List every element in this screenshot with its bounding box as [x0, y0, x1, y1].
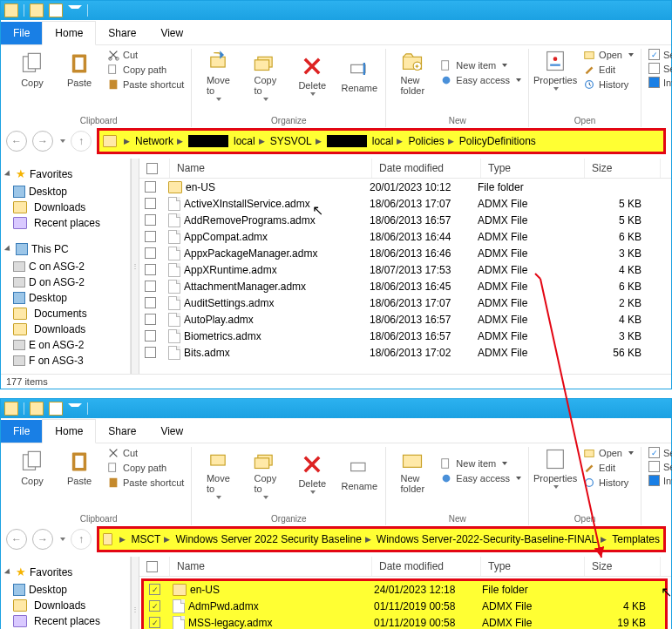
breadcrumb-item[interactable]: xxxxx	[188, 135, 228, 147]
paste-button[interactable]: Paste	[60, 51, 98, 88]
address-bar[interactable]: ▶Network ▶xxxxxlocal ▶SYSVOL ▶xxxxxlocal…	[97, 128, 666, 154]
tab-view[interactable]: View	[148, 420, 195, 443]
up-button[interactable]: ↑	[71, 131, 92, 152]
column-checkbox[interactable]	[139, 557, 170, 576]
open-button[interactable]: Open	[583, 447, 634, 459]
history-button[interactable]: History	[583, 477, 634, 489]
new-folder-button[interactable]: ✦New folder	[393, 49, 431, 96]
breadcrumb-item[interactable]: Policies	[408, 135, 444, 147]
back-button[interactable]: ←	[6, 131, 27, 152]
row-checkbox[interactable]	[145, 181, 156, 193]
delete-button[interactable]: Delete	[293, 54, 331, 96]
splitter[interactable]: ⋮	[131, 159, 139, 374]
row-checkbox[interactable]	[145, 231, 156, 242]
new-folder-button[interactable]: New folder	[393, 447, 431, 494]
properties-button[interactable]: Properties	[536, 447, 574, 489]
edit-button[interactable]: Edit	[583, 462, 634, 474]
sidebar-item-downloads[interactable]: Downloads	[4, 321, 126, 337]
row-checkbox[interactable]	[145, 198, 156, 209]
column-size[interactable]: Size	[585, 159, 661, 178]
row-checkbox[interactable]	[145, 330, 156, 342]
chevron-down-icon[interactable]	[68, 403, 82, 414]
select-none-button[interactable]: Select none	[648, 461, 672, 472]
rename-button[interactable]: Rename	[340, 57, 378, 93]
table-row[interactable]: en-US20/01/2023 10:12File folder	[139, 179, 671, 195]
table-row[interactable]: AttachmentManager.admx18/06/2013 16:45AD…	[139, 278, 671, 294]
row-checkbox[interactable]: ✓	[149, 584, 160, 595]
row-checkbox[interactable]: ✓	[149, 600, 160, 612]
select-all-button[interactable]: ✓Select all	[648, 49, 672, 60]
column-name[interactable]: Name	[170, 159, 372, 178]
back-button[interactable]: ←	[6, 529, 27, 550]
row-checkbox[interactable]	[145, 264, 156, 275]
favorites-header[interactable]: ★Favorites	[4, 562, 126, 582]
column-type[interactable]: Type	[481, 557, 585, 576]
sidebar-item-drive[interactable]: E on ASG-2	[4, 337, 126, 353]
sidebar-item-desktop[interactable]: Desktop	[4, 582, 126, 598]
breadcrumb-item[interactable]: PolicyDefinitions	[459, 135, 536, 147]
table-row[interactable]: AppCompat.admx18/06/2013 16:44ADMX File6…	[139, 228, 671, 245]
properties-button[interactable]: Properties	[536, 49, 574, 91]
row-checkbox[interactable]	[145, 214, 156, 226]
breadcrumb-item[interactable]: Windows Server 2022 Security Baseline	[175, 533, 361, 545]
open-button[interactable]: Open	[583, 49, 634, 61]
select-all-button[interactable]: ✓Select all	[648, 447, 672, 458]
row-checkbox[interactable]	[145, 347, 156, 358]
sidebar-item-drive[interactable]: F on ASG-3	[4, 353, 126, 369]
easy-access-button[interactable]: Easy access	[440, 74, 521, 86]
forward-button[interactable]: →	[32, 529, 53, 550]
breadcrumb-item[interactable]: Templates	[612, 533, 660, 545]
invert-selection-button[interactable]: Invert selection	[648, 475, 672, 486]
paste-shortcut-button[interactable]: Paste shortcut	[107, 477, 184, 489]
history-button[interactable]: History	[583, 78, 634, 91]
copy-path-button[interactable]: Copy path	[107, 64, 184, 76]
table-row[interactable]: AutoPlay.admx18/06/2013 16:57ADMX File4 …	[139, 311, 671, 328]
table-row[interactable]: ✓AdmPwd.admx01/11/2019 00:58ADMX File4 K…	[144, 598, 665, 614]
row-checkbox[interactable]	[145, 297, 156, 308]
edit-button[interactable]: Edit	[583, 64, 634, 76]
copy-to-button[interactable]: Copy to	[246, 447, 284, 499]
move-to-button[interactable]: Move to	[199, 447, 237, 499]
copy-button[interactable]: Copy	[13, 450, 51, 486]
up-button[interactable]: ↑	[71, 529, 92, 550]
column-name[interactable]: Name	[170, 557, 372, 576]
row-checkbox[interactable]	[145, 247, 156, 259]
breadcrumb-item[interactable]: MSCT	[131, 533, 160, 545]
new-item-button[interactable]: New item	[440, 457, 521, 470]
paste-button[interactable]: Paste	[60, 450, 98, 486]
paste-shortcut-button[interactable]: Paste shortcut	[107, 78, 184, 91]
table-row[interactable]: ✓MSS-legacy.admx01/11/2019 00:58ADMX Fil…	[144, 614, 665, 629]
favorites-header[interactable]: ★Favorites	[4, 164, 126, 184]
table-row[interactable]: Bits.admx18/06/2013 17:02ADMX File56 KB	[139, 344, 671, 361]
tab-share[interactable]: Share	[96, 420, 148, 443]
delete-button[interactable]: Delete	[293, 452, 331, 494]
tab-share[interactable]: Share	[96, 22, 148, 44]
copy-button[interactable]: Copy	[13, 51, 51, 88]
column-date[interactable]: Date modified	[372, 557, 481, 576]
tab-home[interactable]: Home	[42, 21, 96, 45]
tab-home[interactable]: Home	[42, 419, 96, 443]
sidebar-item-recent[interactable]: Recent places	[4, 215, 126, 231]
sidebar-item-documents[interactable]: Documents	[4, 306, 126, 321]
invert-selection-button[interactable]: Invert selection	[648, 77, 672, 88]
breadcrumb-item[interactable]: SYSVOL	[270, 135, 312, 147]
sidebar-item-drive[interactable]: D on ASG-2	[4, 274, 126, 290]
table-row[interactable]: Biometrics.admx18/06/2013 16:57ADMX File…	[139, 328, 671, 344]
column-size[interactable]: Size	[585, 557, 661, 576]
breadcrumb-item[interactable]: local	[372, 135, 394, 147]
tab-view[interactable]: View	[148, 22, 195, 44]
chevron-down-icon[interactable]	[68, 5, 82, 16]
table-row[interactable]: AddRemovePrograms.admx18/06/2013 16:57AD…	[139, 212, 671, 228]
history-dropdown[interactable]	[60, 139, 65, 143]
new-item-button[interactable]: New item	[440, 59, 521, 71]
sidebar-item-desktop[interactable]: Desktop	[4, 290, 126, 306]
breadcrumb-item[interactable]: Windows Server-2022-Security-Baseline-FI…	[377, 533, 597, 545]
splitter[interactable]: ⋮	[131, 557, 139, 629]
move-to-button[interactable]: Move to	[199, 49, 237, 101]
select-none-button[interactable]: Select none	[648, 63, 672, 74]
table-row[interactable]: AppxPackageManager.admx18/06/2013 16:46A…	[139, 245, 671, 261]
thispc-header[interactable]: This PC	[4, 240, 126, 259]
sidebar-item-drive[interactable]: C on ASG-2	[4, 259, 126, 274]
sidebar-item-desktop[interactable]: Desktop	[4, 184, 126, 200]
cut-button[interactable]: Cut	[107, 49, 184, 61]
